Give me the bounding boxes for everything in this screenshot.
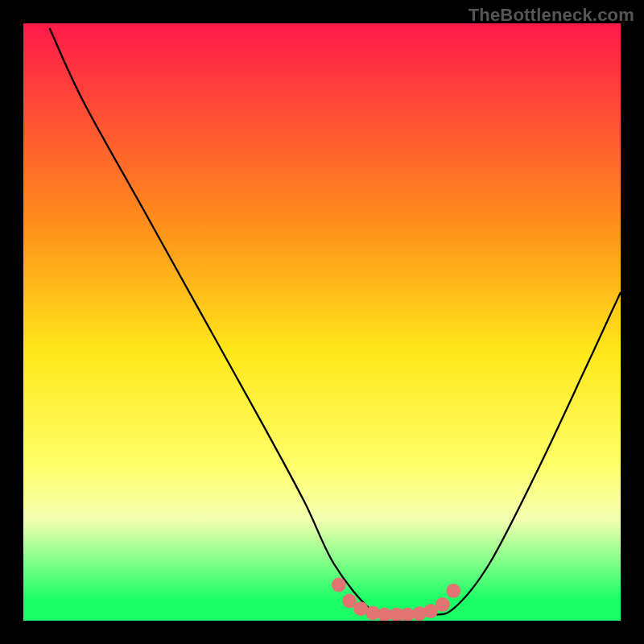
marker-dot — [446, 584, 460, 598]
marker-dot — [436, 597, 450, 612]
chart-frame: TheBottleneck.com — [0, 0, 644, 644]
heat-gradient-bg — [23, 23, 621, 621]
plot-area — [23, 23, 621, 621]
marker-dot — [332, 578, 346, 592]
plot-svg — [23, 23, 621, 621]
